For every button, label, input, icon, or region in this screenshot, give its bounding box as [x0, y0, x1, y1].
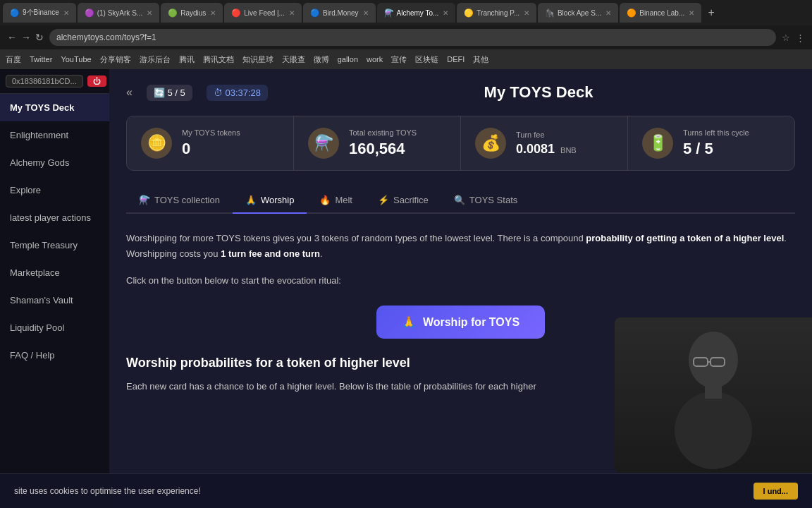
stat-icon-existing: ⚗️	[308, 128, 339, 159]
power-button[interactable]: ⏻	[87, 75, 106, 87]
tab-2[interactable]: 🟣 (1) SkyArk S... ✕	[78, 3, 159, 23]
tab-melt[interactable]: 🔥 Melt	[307, 188, 365, 212]
bookmark-gallon[interactable]: gallon	[338, 55, 358, 64]
tab-close-6[interactable]: ✕	[443, 9, 448, 17]
worship-tab-label: Worship	[261, 195, 294, 205]
menu-icon[interactable]: ⋮	[796, 32, 805, 43]
reload-icon[interactable]: ↻	[35, 32, 44, 43]
new-tab-button[interactable]: +	[703, 4, 720, 21]
webcam-feed	[615, 318, 812, 473]
tab-5[interactable]: 🔵 Bird.Money ✕	[303, 3, 376, 23]
cookie-text: site uses cookies to optimise the user e…	[14, 486, 201, 496]
cookie-accept-button[interactable]: I und...	[753, 483, 798, 500]
sidebar-item-temple-treasury[interactable]: Temple Treasury	[0, 231, 109, 259]
tab-favicon-6: ⚗️	[384, 8, 394, 18]
bookmark-youtube[interactable]: YouTube	[61, 55, 91, 64]
tab-favicon-8: 🦍	[545, 8, 555, 18]
collection-icon: ⚗️	[139, 195, 150, 205]
bookmark-zhishi[interactable]: 知识星球	[242, 54, 273, 65]
bookmark-weibo[interactable]: 微博	[314, 54, 329, 65]
counter-display: 🔄 5 / 5	[147, 85, 192, 101]
bookmark-twitter[interactable]: Twitter	[30, 55, 52, 64]
tab-4[interactable]: 🔴 Live Feed |... ✕	[224, 3, 302, 23]
sidebar-item-faq-help[interactable]: FAQ / Help	[0, 341, 109, 369]
timer-value: 03:37:28	[225, 87, 261, 98]
back-icon[interactable]: ←	[7, 32, 17, 43]
worship-cost-bold: 1 turn fee and one turn	[221, 248, 320, 259]
bookmark-xuanchuan[interactable]: 宣传	[391, 54, 407, 65]
sidebar-item-my-toys-deck[interactable]: My TOYS Deck	[0, 94, 109, 121]
main-layout: 0x18386181bCD... ⏻ My TOYS Deck Enlighte…	[0, 69, 812, 508]
tab-toys-stats[interactable]: 🔍 TOYS Stats	[441, 188, 530, 212]
stat-label-tokens: My TOYS tokens	[182, 128, 279, 137]
sidebar-item-explore[interactable]: Explore	[0, 176, 109, 204]
tab-favicon-7: 🟡	[464, 8, 474, 18]
browser-chrome: 🔵 9个Binance ✕ 🟣 (1) SkyArk S... ✕ 🟢 Rayd…	[0, 0, 812, 69]
stat-info-fee: Turn fee 0.0081 BNB	[516, 131, 613, 157]
bookmark-baidu[interactable]: 百度	[6, 54, 21, 65]
worship-intro: Worshipping for more TOYS tokens gives y…	[126, 231, 795, 262]
stats-icon: 🔍	[454, 195, 465, 205]
bookmark-blockchain[interactable]: 区块链	[415, 54, 438, 65]
svg-point-0	[689, 332, 738, 388]
bookmark-tengxun-doc[interactable]: 腾讯文档	[203, 54, 234, 65]
wallet-address[interactable]: 0x18386181bCD...	[6, 75, 83, 87]
tab-close-4[interactable]: ✕	[289, 9, 295, 17]
bookmark-tianyanche[interactable]: 天眼查	[282, 54, 305, 65]
tab-close-3[interactable]: ✕	[210, 9, 216, 17]
tab-label-1: 9个Binance	[23, 8, 59, 18]
bookmark-youletai[interactable]: 游乐后台	[140, 54, 171, 65]
sidebar-item-enlightenment[interactable]: Enlightenment	[0, 121, 109, 149]
tab-favicon-5: 🔵	[310, 8, 320, 18]
bookmark-work[interactable]: work	[367, 55, 383, 64]
tab-8[interactable]: 🦍 Block Ape S... ✕	[538, 3, 618, 23]
sidebar-item-shamans-vault[interactable]: Shaman's Vault	[0, 286, 109, 314]
worship-tab-icon: 🙏	[245, 195, 257, 205]
tab-favicon-9: 🟠	[627, 8, 636, 18]
tab-worship[interactable]: 🙏 Worship	[233, 188, 307, 214]
cookie-banner: site uses cookies to optimise the user e…	[0, 473, 812, 508]
tab-sacrifice[interactable]: ⚡ Sacrifice	[365, 188, 441, 212]
worship-intro-bold: probability of getting a token of a high…	[586, 233, 784, 243]
tab-1[interactable]: 🔵 9个Binance ✕	[3, 3, 76, 23]
sacrifice-label: Sacrifice	[393, 195, 429, 205]
tab-9[interactable]: 🟠 Binance Lab... ✕	[620, 3, 701, 23]
bookmark-defi[interactable]: DEFI	[447, 55, 465, 64]
tab-label-3: Raydius	[180, 9, 206, 17]
timer-icon: ⏱	[214, 87, 223, 98]
tab-bar: 🔵 9个Binance ✕ 🟣 (1) SkyArk S... ✕ 🟢 Rayd…	[0, 0, 812, 25]
tab-close-1[interactable]: ✕	[63, 9, 69, 17]
tab-label-9: Binance Lab...	[639, 9, 684, 17]
forward-icon[interactable]: →	[21, 32, 31, 43]
sidebar-item-latest-player-actions[interactable]: latest player actions	[0, 204, 109, 231]
nav-buttons: ← → ↻	[7, 32, 44, 43]
tab-close-8[interactable]: ✕	[605, 9, 611, 17]
tab-toys-collection[interactable]: ⚗️ TOYS collection	[126, 188, 233, 212]
bookmark-tengxun[interactable]: 腾讯	[179, 54, 195, 65]
counter-value: 5 / 5	[168, 87, 185, 98]
bookmark-fenxiang[interactable]: 分享销客	[100, 54, 131, 65]
sidebar-item-liquidity-pool[interactable]: Liquidity Pool	[0, 314, 109, 341]
star-icon[interactable]: ☆	[782, 32, 790, 43]
bookmark-other[interactable]: 其他	[473, 54, 488, 65]
sidebar-item-marketplace[interactable]: Marketplace	[0, 259, 109, 286]
melt-icon: 🔥	[319, 195, 331, 205]
stat-value-turns: 5 / 5	[683, 140, 780, 158]
tab-close-5[interactable]: ✕	[363, 9, 369, 17]
tab-close-2[interactable]: ✕	[147, 9, 152, 17]
sidebar-item-alchemy-gods[interactable]: Alchemy Gods	[0, 149, 109, 176]
tab-label-2: (1) SkyArk S...	[97, 9, 142, 17]
tab-6[interactable]: ⚗️ Alchemy To... ✕	[377, 3, 456, 23]
tab-close-7[interactable]: ✕	[524, 9, 529, 17]
content-area: « 🔄 5 / 5 ⏱ 03:37:28 My TOYS Deck 🪙 My T…	[109, 69, 812, 508]
tab-favicon-2: 🟣	[85, 8, 94, 18]
tab-label-6: Alchemy To...	[397, 9, 439, 17]
worship-for-toys-button[interactable]: 🙏 Worship for TOYS	[376, 306, 545, 339]
tab-favicon-3: 🟢	[168, 8, 178, 18]
tab-7[interactable]: 🟡 Tranching P... ✕	[457, 3, 536, 23]
tab-3[interactable]: 🟢 Raydius ✕	[161, 3, 223, 23]
tab-close-9[interactable]: ✕	[689, 9, 694, 17]
address-input[interactable]	[49, 29, 776, 46]
stat-card-existing-toys: ⚗️ Total existing TOYS 160,564	[294, 116, 461, 170]
collapse-button[interactable]: «	[126, 86, 133, 99]
